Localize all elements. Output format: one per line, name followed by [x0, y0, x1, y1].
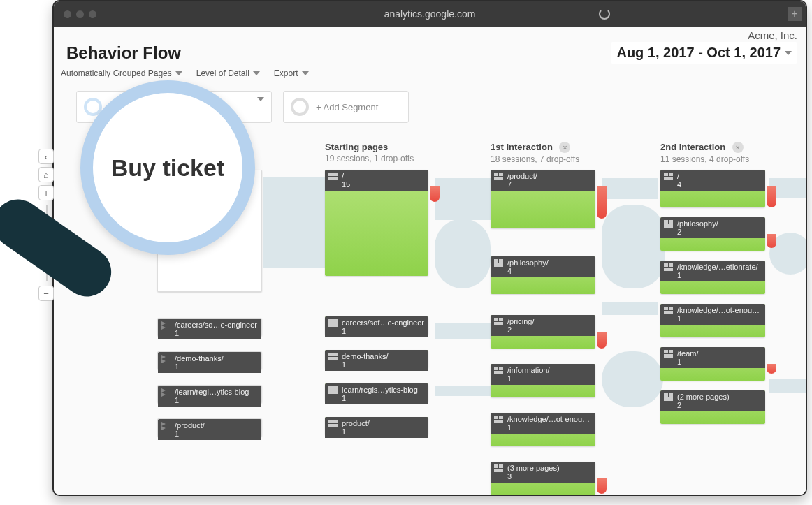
close-icon[interactable]: × — [732, 142, 744, 153]
drop-off-indicator — [767, 186, 776, 207]
flow-node[interactable]: /philosophy/4 — [491, 256, 595, 294]
flow-node[interactable]: /careers/so…e-engineer1 — [157, 318, 262, 336]
node-path: demo-thanks/ — [342, 352, 424, 360]
segment-circle-icon — [291, 98, 309, 116]
add-segment-label: + Add Segment — [316, 102, 378, 112]
node-header: /knowledge/…ot-enough/1 — [491, 413, 595, 434]
node-path: /team/ — [677, 349, 761, 358]
grouped-pages-dropdown[interactable]: Automatically Grouped Pages — [61, 68, 182, 78]
node-count: 1 — [507, 374, 591, 383]
flow-node[interactable]: /product/7 — [491, 170, 595, 228]
flow-ribbon — [602, 351, 663, 407]
export-dropdown[interactable]: Export — [274, 68, 309, 78]
node-count: 2 — [677, 401, 761, 409]
flow-node[interactable]: learn/regis…ytics-blog1 — [325, 383, 428, 402]
flow-node[interactable]: /philosophy/2 — [660, 217, 765, 251]
flow-node[interactable]: /demo-thanks/1 — [157, 351, 262, 369]
flow-node[interactable]: (2 more pages)2 — [660, 390, 765, 424]
node-path: / — [677, 172, 761, 180]
page-icon — [494, 367, 503, 374]
drop-off-indicator — [597, 332, 607, 349]
close-icon[interactable]: × — [559, 142, 570, 153]
flow-ribbon — [602, 302, 658, 315]
flow-ribbon — [435, 386, 491, 396]
col-header-int2[interactable]: 2nd Interaction × 11 sessions, 4 drop-of… — [660, 142, 749, 164]
flow-node[interactable]: (3 more pages)3 — [491, 462, 595, 496]
maximize-window-icon[interactable] — [89, 10, 96, 18]
node-count: 1 — [175, 329, 257, 337]
node-header: /philosophy/2 — [660, 217, 765, 238]
node-count: 1 — [677, 271, 761, 279]
page-icon — [328, 319, 338, 327]
node-header: /knowledge/…etionrate/1 — [660, 261, 765, 281]
page-icon — [664, 393, 673, 401]
date-range-picker[interactable]: Aug 1, 2017 - Oct 1, 2017 — [611, 42, 797, 64]
flow-ribbon — [263, 177, 326, 268]
node-count: 1 — [342, 394, 424, 402]
flow-node[interactable]: /team/1 — [660, 347, 765, 381]
node-path: /knowledge/…ot-enough/ — [507, 415, 591, 423]
flow-node[interactable]: product/1 — [325, 417, 428, 435]
reload-icon[interactable] — [599, 8, 610, 20]
flow-ribbon — [435, 323, 491, 339]
close-window-icon[interactable] — [64, 10, 71, 18]
node-count: 1 — [175, 396, 257, 404]
flow-node[interactable]: /pricing/2 — [491, 315, 595, 349]
node-path: product/ — [342, 419, 424, 427]
chevron-down-icon — [785, 51, 792, 55]
flow-node[interactable]: /15 — [325, 170, 428, 276]
arrow-icon — [161, 322, 171, 329]
flow-node[interactable]: /product/1 — [157, 418, 262, 437]
flow-node[interactable]: /knowledge/…etionrate/1 — [660, 261, 765, 294]
page-icon — [328, 173, 338, 180]
flow-node[interactable]: /knowledge/…ot-enough/1 — [491, 413, 595, 446]
address-bar[interactable]: analytics.google.com — [384, 8, 476, 20]
flow-node[interactable]: /learn/regi…ytics-blog1 — [157, 385, 262, 403]
export-label: Export — [274, 68, 298, 78]
page-icon — [494, 416, 503, 423]
node-count: 7 — [507, 180, 591, 189]
col-header-int1[interactable]: 1st Interaction × 18 sessions, 7 drop-of… — [491, 142, 579, 164]
flow-node[interactable]: /4 — [660, 170, 765, 207]
traffic-lights — [64, 10, 96, 18]
flow-node[interactable]: /information/1 — [491, 364, 595, 397]
add-segment-button[interactable]: + Add Segment — [283, 91, 409, 123]
level-of-detail-dropdown[interactable]: Level of Detail — [196, 68, 260, 78]
flow-node[interactable]: careers/sof…e-engineer1 — [325, 316, 428, 335]
zoom-in-button[interactable]: + — [38, 185, 54, 200]
flow-node[interactable]: demo-thanks/1 — [325, 350, 428, 368]
new-tab-icon[interactable]: + — [788, 7, 802, 21]
page-icon — [328, 353, 338, 360]
minimize-window-icon[interactable] — [76, 10, 84, 18]
node-header: /careers/so…e-engineer1 — [158, 319, 261, 339]
node-header: (2 more pages)2 — [660, 390, 765, 411]
node-header: learn/regis…ytics-blog1 — [325, 383, 428, 404]
node-path: /product/ — [507, 172, 591, 180]
node-path: /careers/so…e-engineer — [175, 321, 257, 329]
zoom-out-button[interactable]: − — [38, 286, 54, 301]
chevron-down-icon — [257, 97, 264, 101]
account-name[interactable]: Acme, Inc. — [748, 29, 797, 41]
page-icon — [664, 263, 673, 271]
node-count: 1 — [677, 314, 761, 323]
node-header: /information/1 — [491, 364, 595, 385]
grouped-pages-label: Automatically Grouped Pages — [61, 68, 172, 78]
flow-node[interactable]: /knowledge/…ot-enough/1 — [660, 304, 765, 337]
node-path: (3 more pages) — [507, 464, 591, 472]
home-button[interactable]: ⌂ — [38, 167, 54, 182]
flow-ribbon — [435, 178, 491, 220]
detail-label: Level of Detail — [196, 68, 249, 78]
node-path: /pricing/ — [507, 317, 591, 325]
page-icon — [664, 350, 673, 358]
node-count: 2 — [507, 325, 591, 334]
node-count: 1 — [507, 423, 591, 432]
node-path: learn/regis…ytics-blog — [342, 386, 424, 394]
node-path: careers/sof…e-engineer — [342, 319, 424, 327]
node-count: 15 — [342, 180, 424, 189]
node-count: 1 — [342, 427, 424, 436]
arrow-icon — [161, 356, 171, 363]
prev-step-button[interactable]: ‹ — [38, 149, 54, 164]
view-toolbar: Automatically Grouped Pages Level of Det… — [61, 68, 309, 78]
magnifier-lens: Buy ticket — [80, 80, 255, 255]
node-header: /pricing/2 — [491, 315, 595, 336]
